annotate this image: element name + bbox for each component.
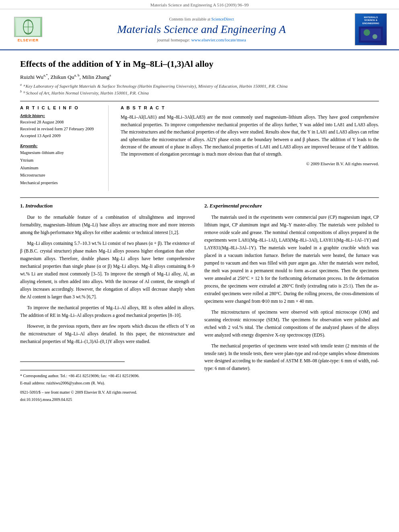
intro-para-2: Mg–Li alloys containing 5.7–10.3 wt.% Li… (20, 240, 195, 301)
journal-header: Materials Science and Engineering A 516 … (0, 0, 399, 9)
experimental-number: 2. (204, 203, 208, 209)
cover-thumbnail (359, 27, 383, 43)
received-date: Received 28 August 2008 (20, 119, 100, 126)
journal-cover-area: MATERIALSSCIENCE &ENGINEERING (355, 13, 391, 45)
intro-number: 1. (20, 203, 24, 209)
journal-line: Materials Science and Engineering A 516 … (150, 2, 249, 7)
homepage-url[interactable]: www.elsevier.com/locate/msea (191, 37, 246, 42)
footnote-issn: 0921-5093/$ – see front matter © 2009 El… (20, 389, 195, 395)
elsevier-logo-image (14, 17, 42, 37)
banner-center: Contents lists available at ScienceDirec… (48, 17, 355, 42)
main-content: Effects of the addition of Y in Mg–8Li–(… (0, 50, 399, 416)
keyword-2: Yttrium (20, 157, 100, 164)
intro-para-1: Due to the remarkable feature of a combi… (20, 214, 195, 236)
article-info-title: A R T I C L E I N F O (20, 105, 100, 110)
experimental-title: Experimental procedure (210, 203, 262, 209)
footnotes-area: * Corresponding author. Tel.: +86 451 82… (20, 362, 195, 403)
accepted-date: Accepted 13 April 2009 (20, 133, 100, 140)
affiliations: a ᵃ Key Laboratory of Superlight Materia… (20, 82, 379, 96)
experimental-heading: 2. Experimental procedure (204, 202, 379, 210)
experimental-para-3: The mechanical properties of specimens w… (204, 342, 379, 373)
right-column: 2. Experimental procedure The materials … (204, 202, 379, 403)
footnotes: * Corresponding author. Tel.: +86 451 82… (20, 370, 195, 403)
sciencedirect-link: Contents lists available at ScienceDirec… (48, 17, 355, 21)
copyright-line: © 2009 Elsevier B.V. All rights reserved… (121, 161, 379, 166)
article-history: Article history: Received 28 August 2008… (20, 113, 100, 139)
svg-rect-5 (361, 29, 381, 41)
left-column: 1. Introduction Due to the remarkable fe… (20, 202, 195, 403)
info-abstract-area: A R T I C L E I N F O Article history: R… (20, 105, 379, 191)
elsevier-logo-area: ELSEVIER (8, 17, 48, 42)
journal-homepage: journal homepage: www.elsevier.com/locat… (48, 37, 355, 42)
footnote-corresponding: * Corresponding author. Tel.: +86 451 82… (20, 373, 195, 379)
banner: ELSEVIER Contents lists available at Sci… (0, 9, 399, 50)
affiliation-b: b ᵇ School of Art, Harbin Normal Univers… (20, 89, 379, 96)
footnote-email: E-mail address: ruizhiwu2006@yahoo.com (… (20, 380, 195, 386)
keywords-section: Keywords: Magnesium–lithium alloy Yttriu… (20, 144, 100, 187)
revised-date: Received in revised form 27 February 200… (20, 126, 100, 133)
intro-para-3: To improve the mechanical properties of … (20, 304, 195, 319)
elsevier-text: ELSEVIER (18, 38, 39, 42)
history-title: Article history: (20, 113, 100, 118)
keyword-5: Mechanical properties (20, 179, 100, 187)
sciencedirect-url[interactable]: ScienceDirect (211, 17, 234, 21)
footnote-doi: doi:10.1016/j.msea.2009.04.025 (20, 396, 195, 403)
elsevier-logo: ELSEVIER (8, 17, 48, 42)
cover-title: MATERIALSSCIENCE &ENGINEERING (362, 16, 379, 25)
abstract-text: Mg–8Li–Al(LA81) and Mg–8Li–3Al(LA83) are… (121, 113, 379, 158)
keyword-3: Aluminum (20, 164, 100, 172)
keyword-1: Magnesium–lithium alloy (20, 149, 100, 157)
article-title: Effects of the addition of Y in Mg–8Li–(… (20, 58, 379, 70)
authors: Ruizhi Wua,*, Zhikun Qua, b, Milin Zhang… (20, 73, 379, 80)
keywords-list: Magnesium–lithium alloy Yttrium Aluminum… (20, 149, 100, 187)
svg-point-6 (364, 29, 370, 36)
body-columns: 1. Introduction Due to the remarkable fe… (20, 202, 379, 403)
abstract-section: A B S T R A C T Mg–8Li–Al(LA81) and Mg–8… (121, 105, 379, 191)
intro-heading: 1. Introduction (20, 202, 195, 210)
experimental-para-1: The materials used in the experiments we… (204, 214, 379, 305)
intro-title: Introduction (25, 203, 53, 209)
section-divider-top (20, 101, 379, 101)
section-divider-bottom (20, 197, 379, 198)
journal-cover-image: MATERIALSSCIENCE &ENGINEERING (355, 13, 387, 45)
journal-title: Materials Science and Engineering A (48, 23, 355, 36)
article-info: A R T I C L E I N F O Article history: R… (20, 105, 109, 191)
affiliation-a: a ᵃ Key Laboratory of Superlight Materia… (20, 82, 379, 89)
intro-para-4: However, in the previous reports, there … (20, 322, 195, 345)
keywords-title: Keywords: (20, 144, 100, 148)
abstract-title: A B S T R A C T (121, 105, 379, 110)
svg-point-7 (372, 34, 377, 39)
experimental-para-2: The microstructures of specimens were ob… (204, 308, 379, 339)
keyword-4: Microstructure (20, 172, 100, 179)
footnote-rule (20, 362, 125, 362)
